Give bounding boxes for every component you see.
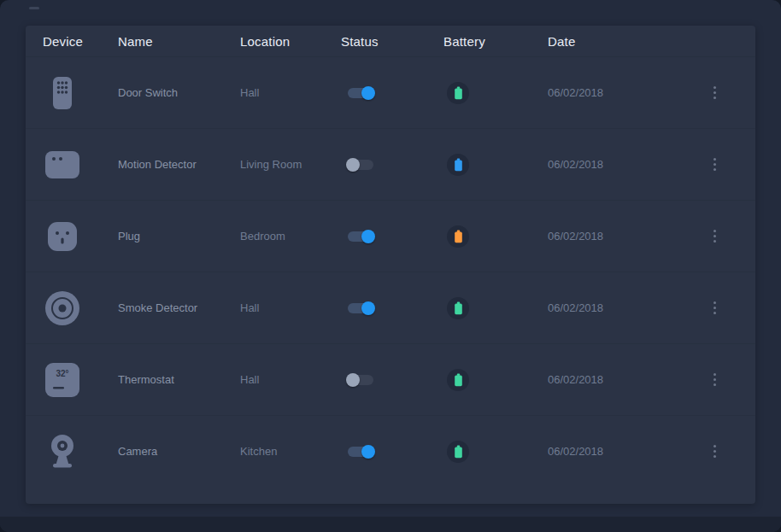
device-location: Hall [240, 373, 341, 386]
svg-text:32°: 32° [56, 369, 68, 378]
smoke-detector-icon [43, 289, 82, 328]
column-header-device: Device [43, 34, 118, 49]
battery-indicator [447, 441, 469, 463]
battery-indicator [447, 297, 469, 319]
kebab-menu-icon[interactable] [710, 155, 719, 174]
kebab-menu-icon[interactable] [710, 298, 719, 318]
device-date: 06/02/2018 [548, 230, 694, 243]
device-name: Door Switch [118, 86, 240, 99]
remote-icon [43, 73, 82, 113]
device-date: 06/02/2018 [548, 158, 694, 171]
kebab-menu-icon[interactable] [710, 83, 719, 102]
camera-icon [43, 432, 82, 471]
kebab-menu-icon[interactable] [710, 441, 719, 461]
status-toggle[interactable] [346, 85, 375, 101]
plug-icon [43, 217, 82, 256]
battery-indicator [447, 154, 469, 176]
device-date: 06/02/2018 [548, 445, 694, 458]
table-header: Device Name Location Status Battery Date [26, 26, 755, 56]
battery-indicator [447, 82, 469, 104]
device-location: Hall [240, 86, 341, 99]
app-window: Device Name Location Status Battery Date [0, 0, 781, 532]
table-row: Smoke Detector Hall 06/02/2018 [26, 272, 755, 343]
status-toggle[interactable] [346, 301, 375, 316]
status-toggle[interactable] [346, 157, 375, 172]
table-row: Plug Bedroom 06/02/2018 [26, 200, 755, 272]
device-date: 06/02/2018 [548, 301, 694, 314]
table-row: Door Switch Hall 06/02/2018 [26, 56, 755, 128]
column-header-name: Name [118, 34, 240, 49]
table-row: Camera Kitchen 06/02/2018 [26, 415, 755, 487]
device-name: Thermostat [118, 373, 240, 386]
battery-indicator [447, 369, 469, 391]
device-location: Hall [240, 301, 341, 314]
devices-table-card: Device Name Location Status Battery Date [26, 26, 755, 504]
device-location: Kitchen [240, 445, 341, 458]
device-name: Motion Detector [118, 158, 240, 171]
device-date: 06/02/2018 [548, 86, 694, 99]
table-row: 32° Thermostat Hall [26, 343, 755, 415]
kebab-menu-icon[interactable] [710, 370, 719, 389]
motion-detector-icon [43, 145, 82, 184]
column-header-status: Status [341, 34, 443, 49]
column-header-date: Date [548, 34, 694, 49]
footer-bar [0, 517, 781, 532]
device-location: Bedroom [240, 230, 341, 243]
column-header-location: Location [240, 34, 341, 49]
status-toggle[interactable] [346, 444, 375, 459]
device-name: Camera [118, 445, 240, 458]
titlebar-dash [29, 7, 39, 9]
status-toggle[interactable] [346, 229, 375, 244]
battery-indicator [447, 225, 469, 248]
device-name: Plug [118, 230, 240, 243]
device-location: Living Room [240, 158, 341, 171]
table-row: Motion Detector Living Room 06/02/2018 [26, 128, 755, 200]
device-date: 06/02/2018 [548, 373, 694, 386]
device-name: Smoke Detector [118, 301, 240, 314]
column-header-battery: Battery [443, 34, 548, 49]
thermostat-icon: 32° [43, 360, 82, 400]
status-toggle[interactable] [346, 372, 375, 388]
kebab-menu-icon[interactable] [710, 226, 719, 246]
